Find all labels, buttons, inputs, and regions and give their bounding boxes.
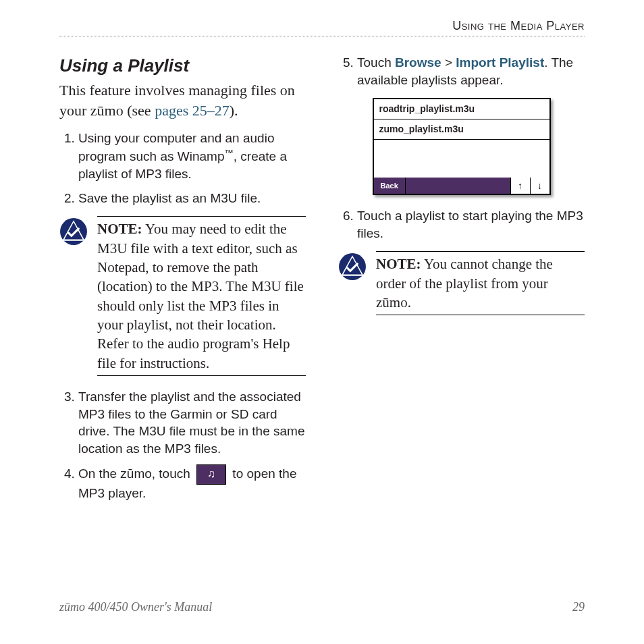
note-body: You may need to edit the M3U file with a… bbox=[97, 221, 304, 371]
step-5a: Touch bbox=[357, 55, 395, 70]
columns: Using a Playlist This feature involves m… bbox=[59, 54, 585, 583]
import-playlist-link[interactable]: Import Playlist bbox=[456, 55, 544, 70]
down-arrow-button[interactable]: ↓ bbox=[530, 178, 549, 194]
step-5-sep: > bbox=[441, 55, 456, 70]
intro-text: This feature involves managing files on … bbox=[59, 80, 306, 120]
playlist-row-2[interactable]: zumo_playlist.m3u bbox=[374, 119, 549, 140]
check-triangle-icon bbox=[338, 252, 367, 286]
steps-list-right: Touch Browse > Import Playlist. The avai… bbox=[338, 54, 585, 88]
footer-manual-title: zūmo 400/450 Owner's Manual bbox=[59, 600, 212, 614]
note-text-right: NOTE: You cannot change the order of the… bbox=[376, 251, 585, 315]
page-footer: zūmo 400/450 Owner's Manual 29 bbox=[59, 600, 585, 614]
playlist-blank-area bbox=[374, 140, 549, 178]
step-1: Using your computer and an audio program… bbox=[78, 130, 306, 182]
page-ref-link[interactable]: pages 25–27 bbox=[155, 102, 230, 119]
step-2: Save the playlist as an M3U file. bbox=[78, 190, 306, 207]
note-block-left: NOTE: You may need to edit the M3U file … bbox=[59, 216, 306, 376]
step-4: On the zūmo, touch to open the MP3 playe… bbox=[78, 464, 306, 502]
page-number: 29 bbox=[572, 600, 585, 614]
playlist-row-1[interactable]: roadtrip_playlist.m3u bbox=[374, 99, 549, 119]
step-3: Transfer the playlist and the associated… bbox=[78, 388, 306, 458]
browse-link[interactable]: Browse bbox=[395, 55, 441, 70]
step-6: Touch a playlist to start playing the MP… bbox=[357, 207, 585, 242]
music-player-icon bbox=[196, 464, 226, 485]
left-column: Using a Playlist This feature involves m… bbox=[59, 54, 306, 583]
note-label: NOTE: bbox=[97, 221, 142, 237]
check-triangle-icon bbox=[59, 217, 88, 250]
back-button[interactable]: Back bbox=[374, 178, 406, 194]
note-label-right: NOTE: bbox=[376, 256, 421, 272]
screenshot-footer: Back ↑ ↓ bbox=[374, 178, 549, 194]
note-block-right: NOTE: You cannot change the order of the… bbox=[338, 251, 585, 315]
step-4a: On the zūmo, touch bbox=[78, 466, 194, 481]
intro-b: ). bbox=[230, 102, 238, 119]
page: Using the Media Player Using a Playlist … bbox=[0, 0, 644, 644]
right-column: Touch Browse > Import Playlist. The avai… bbox=[338, 54, 585, 583]
running-header: Using the Media Player bbox=[59, 19, 585, 36]
section-heading: Using a Playlist bbox=[59, 54, 306, 78]
header-section: Using the Media Player bbox=[452, 19, 585, 32]
device-screenshot: roadtrip_playlist.m3u zumo_playlist.m3u … bbox=[373, 98, 551, 195]
trademark-symbol: ™ bbox=[224, 148, 233, 158]
up-arrow-button[interactable]: ↑ bbox=[510, 178, 530, 194]
step-5: Touch Browse > Import Playlist. The avai… bbox=[357, 54, 585, 88]
steps-list-right-2: Touch a playlist to start playing the MP… bbox=[338, 207, 585, 242]
steps-list-left: Using your computer and an audio program… bbox=[59, 130, 306, 207]
steps-list-left-cont: Transfer the playlist and the associated… bbox=[59, 388, 306, 502]
note-text-left: NOTE: You may need to edit the M3U file … bbox=[97, 216, 306, 376]
